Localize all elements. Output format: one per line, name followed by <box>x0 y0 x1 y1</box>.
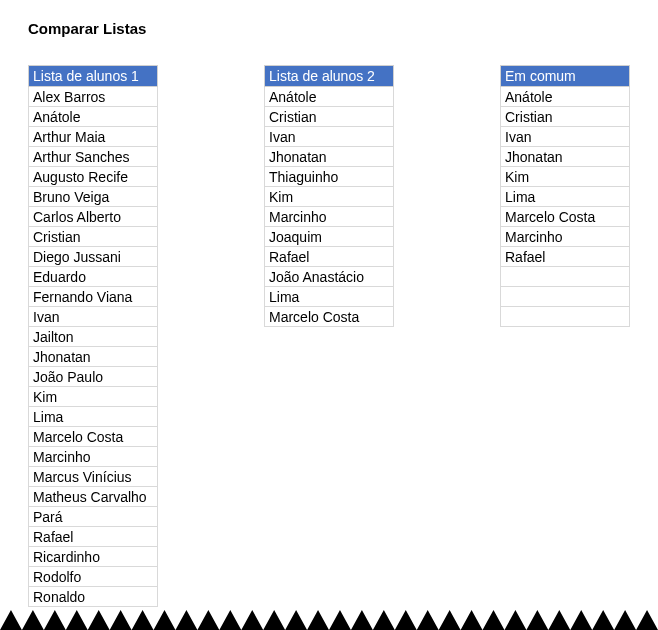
list-item: Lima <box>28 407 158 427</box>
list-item: Cristian <box>500 107 630 127</box>
column-0: Lista de alunos 1Alex BarrosAnátoleArthu… <box>28 65 158 607</box>
column-2: Em comumAnátoleCristianIvanJhonatanKimLi… <box>500 65 630 327</box>
list-item: Rafael <box>500 247 630 267</box>
list-item: Marcelo Costa <box>28 427 158 447</box>
list-item: Ivan <box>500 127 630 147</box>
list-item: Alex Barros <box>28 87 158 107</box>
list-item: Jhonatan <box>28 347 158 367</box>
list-item: Jailton <box>28 327 158 347</box>
list-item: Ivan <box>264 127 394 147</box>
list-item: Marcelo Costa <box>264 307 394 327</box>
list-item: Jhonatan <box>500 147 630 167</box>
lists-container: Lista de alunos 1Alex BarrosAnátoleArthu… <box>28 65 658 607</box>
list-item: João Paulo <box>28 367 158 387</box>
list-item: Diego Jussani <box>28 247 158 267</box>
list-item: Bruno Veiga <box>28 187 158 207</box>
list-item-empty <box>500 287 630 307</box>
column-header: Em comum <box>500 65 630 87</box>
list-item-empty <box>500 307 630 327</box>
list-item: Rodolfo <box>28 567 158 587</box>
list-item: Rafael <box>28 527 158 547</box>
list-item: Marcinho <box>28 447 158 467</box>
column-1: Lista de alunos 2AnátoleCristianIvanJhon… <box>264 65 394 327</box>
list-item: Ronaldo <box>28 587 158 607</box>
list-item: Kim <box>264 187 394 207</box>
list-item: Kim <box>28 387 158 407</box>
list-item: Marcinho <box>264 207 394 227</box>
list-item: Anátole <box>28 107 158 127</box>
list-item: Anátole <box>500 87 630 107</box>
list-item: Marcus Vinícius <box>28 467 158 487</box>
list-item: Augusto Recife <box>28 167 158 187</box>
list-item: Lima <box>264 287 394 307</box>
list-item: Ricardinho <box>28 547 158 567</box>
column-header: Lista de alunos 1 <box>28 65 158 87</box>
list-item: Arthur Maia <box>28 127 158 147</box>
list-item: João Anastácio <box>264 267 394 287</box>
page-content: Comparar Listas Lista de alunos 1Alex Ba… <box>0 0 658 607</box>
list-item: Anátole <box>264 87 394 107</box>
list-item: Ivan <box>28 307 158 327</box>
list-item: Fernando Viana <box>28 287 158 307</box>
list-item: Marcinho <box>500 227 630 247</box>
list-item: Matheus Carvalho <box>28 487 158 507</box>
list-item: Joaquim <box>264 227 394 247</box>
list-item: Carlos Alberto <box>28 207 158 227</box>
list-item: Jhonatan <box>264 147 394 167</box>
list-item: Arthur Sanches <box>28 147 158 167</box>
list-item: Cristian <box>264 107 394 127</box>
list-item: Thiaguinho <box>264 167 394 187</box>
list-item: Rafael <box>264 247 394 267</box>
torn-edge-decoration <box>0 608 658 630</box>
list-item: Pará <box>28 507 158 527</box>
list-item: Kim <box>500 167 630 187</box>
list-item: Lima <box>500 187 630 207</box>
column-header: Lista de alunos 2 <box>264 65 394 87</box>
list-item: Cristian <box>28 227 158 247</box>
list-item: Marcelo Costa <box>500 207 630 227</box>
list-item-empty <box>500 267 630 287</box>
page-title: Comparar Listas <box>28 20 658 37</box>
list-item: Eduardo <box>28 267 158 287</box>
